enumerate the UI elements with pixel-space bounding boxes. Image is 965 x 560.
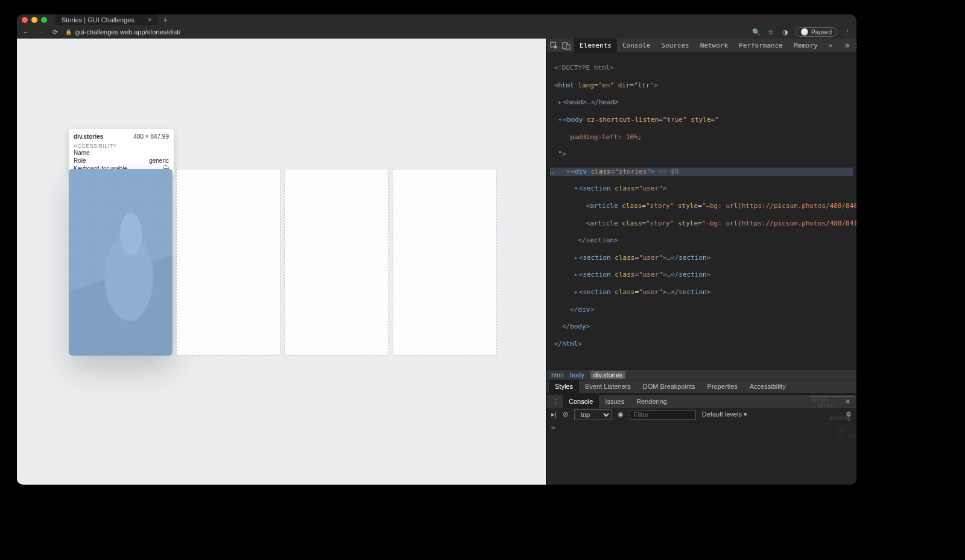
svg-rect-2 xyxy=(566,45,570,49)
kebab-menu-icon[interactable]: ⋮ xyxy=(843,28,852,36)
bookmark-icon[interactable]: ☆ xyxy=(767,28,775,36)
styles-tab-styles[interactable]: Styles xyxy=(549,380,579,393)
console-filter-input[interactable] xyxy=(630,410,696,420)
console-drawer: ⋮ Console Issues Rendering ✕ ▸| ⊘ top ◉ … xyxy=(546,394,856,485)
drawer-close-icon[interactable]: ✕ xyxy=(841,398,854,406)
styles-tab-listeners[interactable]: Event Listeners xyxy=(579,380,637,393)
forward-button[interactable]: → xyxy=(36,28,45,36)
tabs-overflow-icon[interactable]: » xyxy=(823,39,838,52)
lock-icon: 🔒 xyxy=(65,29,72,35)
console-body[interactable]: > xyxy=(546,421,856,485)
story-card-selected[interactable] xyxy=(69,169,172,356)
settings-gear-icon[interactable]: ⚙ xyxy=(845,41,849,51)
styles-tab-props[interactable]: Properties xyxy=(701,380,744,393)
devtools-panel: Elements Console Sources Network Perform… xyxy=(546,39,856,485)
profile-chip[interactable]: Paused xyxy=(796,27,837,37)
drawer-tab-rendering[interactable]: Rendering xyxy=(630,395,673,408)
tooltip-name-label: Name xyxy=(74,149,90,156)
tab-console[interactable]: Console xyxy=(617,39,656,52)
tooltip-role-value: generic xyxy=(149,157,169,164)
drawer-kebab-icon[interactable]: ⋮ xyxy=(549,398,563,406)
clear-console-icon[interactable]: ⊘ xyxy=(563,411,568,418)
reload-button[interactable]: ⟳ xyxy=(51,28,59,36)
story-card-placeholder[interactable] xyxy=(176,169,281,356)
stories-grid[interactable] xyxy=(69,169,497,356)
story-card-placeholder[interactable] xyxy=(393,169,498,356)
dom-tree[interactable]: <!DOCTYPE html> <html lang="en" dir="ltr… xyxy=(546,53,856,370)
browser-tab[interactable]: Stories | GUI Challenges × xyxy=(55,14,158,25)
inspect-element-icon[interactable] xyxy=(550,41,558,51)
styles-tab-dombp[interactable]: DOM Breakpoints xyxy=(637,380,701,393)
tab-memory[interactable]: Memory xyxy=(788,39,823,52)
traffic-lights xyxy=(22,17,47,23)
url-text: gui-challenges.web.app/stories/dist/ xyxy=(75,28,180,36)
browser-toolbar: ← → ⟳ 🔒 gui-challenges.web.app/stories/d… xyxy=(17,25,856,39)
new-tab-button[interactable]: + xyxy=(163,15,168,25)
box-model[interactable]: margin border padding 480 × 847.992 xyxy=(810,396,854,397)
profile-label: Paused xyxy=(811,29,832,36)
tab-performance[interactable]: Performance xyxy=(733,39,788,52)
maximize-window-button[interactable] xyxy=(41,17,47,23)
kebab-icon[interactable]: ⋮ xyxy=(853,41,856,51)
crumb-selected[interactable]: div.stories xyxy=(590,371,626,379)
breadcrumb[interactable]: html body div.stories xyxy=(546,370,856,380)
minimize-window-button[interactable] xyxy=(31,17,37,23)
styles-pane-tabs: Styles Event Listeners DOM Breakpoints P… xyxy=(546,380,856,394)
crumb-html[interactable]: html xyxy=(551,371,564,379)
story-card-placeholder[interactable] xyxy=(284,169,389,356)
tab-network[interactable]: Network xyxy=(695,39,733,52)
crumb-body[interactable]: body xyxy=(570,371,584,379)
tooltip-role-label: Role xyxy=(74,157,86,164)
console-prompt: > xyxy=(551,424,555,432)
drawer-tab-console[interactable]: Console xyxy=(563,395,599,408)
extension-icon[interactable]: ◑ xyxy=(781,28,789,36)
tab-elements[interactable]: Elements xyxy=(574,39,617,52)
eye-icon[interactable]: ◉ xyxy=(618,411,624,418)
window-titlebar: Stories | GUI Challenges × + xyxy=(17,14,856,25)
devtools-toolbar: Elements Console Sources Network Perform… xyxy=(546,39,856,53)
tooltip-section: ACCESSIBILITY xyxy=(74,143,169,149)
address-bar[interactable]: 🔒 gui-challenges.web.app/stories/dist/ xyxy=(65,28,180,36)
styles-tab-a11y[interactable]: Accessibility xyxy=(744,380,792,393)
device-toolbar-icon[interactable] xyxy=(562,41,571,51)
tab-close-icon[interactable]: × xyxy=(148,16,152,24)
tab-title: Stories | GUI Challenges xyxy=(62,16,134,24)
console-sidebar-icon[interactable]: ▸| xyxy=(551,411,557,418)
close-window-button[interactable] xyxy=(22,17,28,23)
context-select[interactable]: top xyxy=(574,409,612,420)
drawer-tab-issues[interactable]: Issues xyxy=(599,395,630,408)
back-button[interactable]: ← xyxy=(22,28,30,36)
avatar-icon xyxy=(801,28,808,36)
search-icon[interactable]: 🔍 xyxy=(752,28,761,36)
tab-sources[interactable]: Sources xyxy=(656,39,694,52)
tooltip-size: 480 × 847.99 xyxy=(133,133,169,140)
tooltip-selector: div.stories xyxy=(74,133,103,140)
page-viewport: div.stories480 × 847.99 ACCESSIBILITY Na… xyxy=(17,39,546,485)
log-levels-select[interactable]: Default levels ▾ xyxy=(702,411,747,418)
